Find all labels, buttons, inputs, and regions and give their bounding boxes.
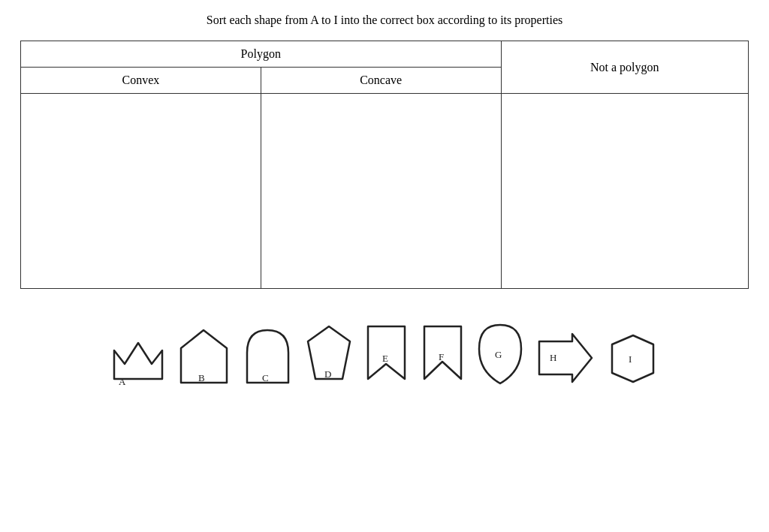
svg-text:I: I — [629, 353, 632, 365]
instruction-text: Sort each shape from A to I into the cor… — [207, 14, 563, 27]
svg-text:H: H — [550, 352, 556, 363]
sort-table: Polygon Not a polygon Convex Concave — [20, 41, 749, 289]
convex-cell[interactable] — [21, 94, 261, 289]
convex-header: Convex — [21, 68, 261, 94]
shapes-row: A B C D E F — [20, 311, 749, 395]
shape-c[interactable]: C — [240, 324, 296, 388]
shape-f[interactable]: F — [418, 320, 467, 388]
svg-text:G: G — [495, 349, 502, 360]
shape-d[interactable]: D — [303, 320, 354, 388]
concave-header: Concave — [261, 68, 501, 94]
shape-a[interactable]: A — [108, 328, 168, 388]
shape-i[interactable]: I — [605, 329, 661, 388]
shape-g[interactable]: G — [475, 319, 526, 388]
shape-h[interactable]: H — [533, 328, 597, 388]
svg-text:D: D — [324, 368, 331, 380]
svg-text:A: A — [119, 376, 126, 387]
svg-marker-11 — [539, 334, 592, 382]
shape-e[interactable]: E — [362, 320, 411, 388]
svg-text:F: F — [439, 351, 444, 362]
shape-b[interactable]: B — [176, 324, 232, 388]
polygon-header: Polygon — [21, 41, 502, 68]
svg-text:E: E — [382, 353, 388, 364]
svg-marker-13 — [612, 335, 653, 382]
not-polygon-cell[interactable] — [501, 94, 748, 289]
not-polygon-header: Not a polygon — [501, 41, 748, 94]
svg-text:C: C — [262, 372, 269, 383]
svg-text:B: B — [198, 372, 205, 383]
concave-cell[interactable] — [261, 94, 501, 289]
